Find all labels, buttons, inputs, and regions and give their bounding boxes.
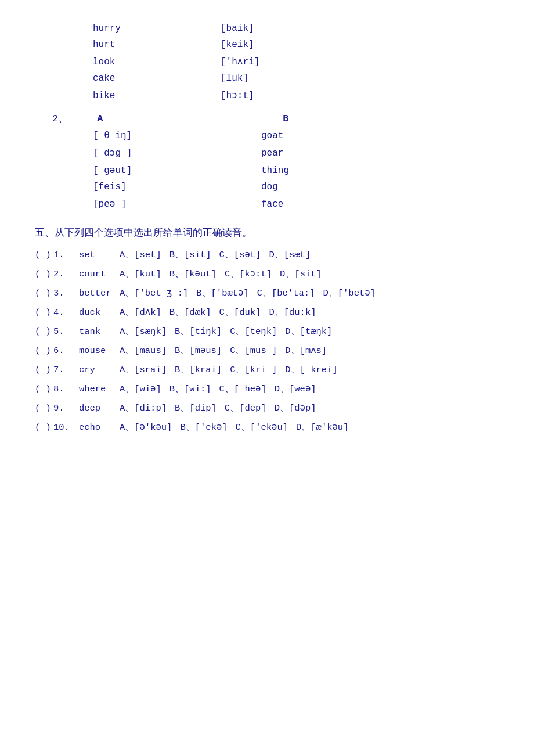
mc-row: ( ) 2. court A、[kut] B、[kəut] C、[kɔ:t] D… — [35, 268, 499, 280]
mc-row: ( ) 7. cry A、[srai] B、[krai] C、[kri ] D、… — [35, 363, 499, 376]
mc-word: cry — [79, 365, 120, 375]
word-phonetic-row: hurry [baik] — [35, 23, 499, 34]
mc-option: A、[kut] — [120, 268, 161, 280]
mc-bracket: ( ) — [35, 326, 51, 337]
sec2-word: thing — [261, 165, 289, 176]
mc-num: 9. — [53, 403, 74, 413]
word: hurry — [93, 23, 221, 34]
sec2-phonetic: [peə ] — [93, 198, 226, 210]
mc-word: where — [79, 384, 120, 394]
mc-word: better — [79, 288, 120, 298]
word-phonetic-row: bike [hɔ:t] — [35, 89, 499, 101]
mc-option: B、['bætə] — [196, 287, 248, 299]
mc-row: ( ) 9. deep A、[di:p] B、[dip] C、[dep] D、[… — [35, 402, 499, 414]
mc-word: mouse — [79, 345, 120, 356]
mc-option: D、[dəp] — [275, 402, 316, 414]
mc-option: A、[di:p] — [120, 402, 167, 414]
mc-word: tank — [79, 326, 120, 337]
mc-option: B、[dip] — [175, 402, 217, 414]
mc-row: ( ) 10. echo A、[ə'kəu] B、['ekə] C、['ekəu… — [35, 421, 499, 433]
mc-option: C、[ heə] — [219, 383, 266, 395]
mc-option: D、[tæŋk] — [285, 325, 332, 337]
mc-option: C、['ekəu] — [236, 421, 288, 433]
mc-num: 3. — [53, 288, 74, 298]
mc-bracket: ( ) — [35, 307, 51, 318]
phonetic: [hɔ:t] — [221, 89, 337, 101]
sec2-row: [ gəut] thing — [35, 164, 499, 176]
top-section: hurry [baik]hurt [keik]look ['hʌri]cake … — [35, 23, 499, 101]
section2-header: 2、 A B — [35, 111, 499, 125]
mc-option: A、['bet ʒ :] — [120, 287, 188, 299]
mc-num: 6. — [53, 345, 74, 356]
mc-option: B、[kəut] — [169, 268, 217, 280]
mc-num: 10. — [53, 422, 74, 433]
mc-bracket: ( ) — [35, 288, 51, 298]
mc-option: C、[teŋk] — [230, 325, 277, 337]
mc-option: C、[duk] — [219, 306, 261, 318]
sec2-word: dog — [261, 182, 278, 192]
mc-option: D、[ krei] — [285, 363, 337, 376]
sec2-phonetic: [ θ iŋ] — [93, 131, 226, 141]
mc-bracket: ( ) — [35, 345, 51, 356]
mc-row: ( ) 4. duck A、[dʌk] B、[dæk] C、[duk] D、[d… — [35, 306, 499, 318]
sec2-phonetic: [feis] — [93, 182, 226, 192]
mc-bracket: ( ) — [35, 422, 51, 433]
mc-word: court — [79, 269, 120, 279]
phonetic: [keik] — [221, 39, 337, 50]
mc-option: C、[kri ] — [230, 363, 277, 376]
sec2-row: [feis] dog — [35, 182, 499, 192]
mc-bracket: ( ) — [35, 384, 51, 394]
mc-option: A、[wiə] — [120, 383, 161, 395]
mc-bracket: ( ) — [35, 403, 51, 413]
mc-bracket: ( ) — [35, 365, 51, 375]
mc-option: B、[məus] — [175, 344, 222, 357]
mc-bracket: ( ) — [35, 250, 51, 260]
word: bike — [93, 91, 221, 101]
word: hurt — [93, 39, 221, 50]
sec2-word: pear — [261, 148, 283, 159]
sec2-col-a: A — [97, 113, 213, 124]
mc-option: B、[krai] — [175, 363, 222, 376]
mc-row: ( ) 1. set A、[set] B、[sit] C、[sət] D、[sæ… — [35, 249, 499, 261]
word-phonetic-row: cake [luk] — [35, 73, 499, 84]
mc-option: B、['ekə] — [180, 421, 227, 433]
mc-option: D、[du:k] — [269, 306, 316, 318]
sec2-phonetic: [ gəut] — [93, 164, 226, 176]
section2: 2、 A B[ θ iŋ] goat[ dɔg ] pear[ gəut] th… — [35, 111, 499, 210]
sec2-row: [ θ iŋ] goat — [35, 131, 499, 141]
sec2-row: [ dɔg ] pear — [35, 147, 499, 159]
word: look — [93, 57, 221, 67]
mc-option: B、[wi:] — [169, 383, 211, 395]
mc-option: B、[sit] — [169, 249, 211, 261]
word-phonetic-row: hurt [keik] — [35, 39, 499, 50]
mc-num: 1. — [53, 250, 74, 260]
mc-option: D、[sit] — [280, 268, 322, 280]
section5: ( ) 1. set A、[set] B、[sit] C、[sət] D、[sæ… — [35, 249, 499, 433]
mc-option: D、[sæt] — [269, 249, 311, 261]
mc-option: A、[set] — [120, 249, 161, 261]
mc-option: A、[srai] — [120, 363, 167, 376]
mc-row: ( ) 8. where A、[wiə] B、[wi:] C、[ heə] D、… — [35, 383, 499, 395]
mc-option: A、[ə'kəu] — [120, 421, 172, 433]
mc-option: C、[mus ] — [230, 344, 277, 357]
mc-option: D、[æ'kəu] — [296, 421, 348, 433]
phonetic: [luk] — [221, 73, 337, 84]
sec2-number: 2、 — [52, 111, 68, 125]
mc-option: C、[be'ta:] — [257, 287, 315, 299]
mc-word: echo — [79, 422, 120, 433]
sec2-word: goat — [261, 131, 283, 141]
phonetic: [baik] — [221, 23, 337, 34]
sec2-phonetic: [ dɔg ] — [93, 147, 226, 159]
mc-option: C、[kɔ:t] — [225, 268, 272, 280]
mc-num: 7. — [53, 365, 74, 375]
section5-title: 五、从下列四个选项中选出所给单词的正确读音。 — [35, 226, 499, 239]
mc-num: 8. — [53, 384, 74, 394]
mc-option: A、[dʌk] — [120, 306, 161, 318]
mc-row: ( ) 5. tank A、[sæŋk] B、[tiŋk] C、[teŋk] D… — [35, 325, 499, 337]
mc-num: 4. — [53, 307, 74, 318]
mc-option: D、[weə] — [275, 383, 316, 395]
mc-word: set — [79, 250, 120, 260]
mc-row: ( ) 3. better A、['bet ʒ :] B、['bætə] C、[… — [35, 287, 499, 299]
mc-option: D、['betə] — [323, 287, 375, 299]
mc-word: deep — [79, 403, 120, 413]
